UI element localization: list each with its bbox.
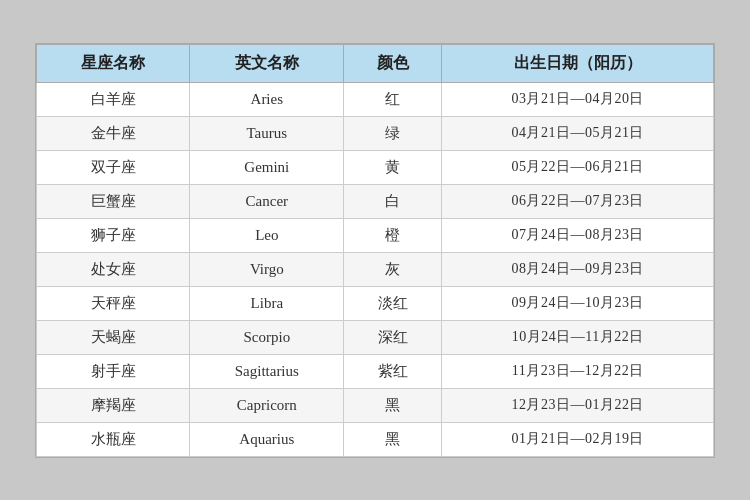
cell-chinese-name: 水瓶座 [37, 422, 190, 456]
header-date: 出生日期（阳历） [442, 44, 714, 82]
cell-date: 08月24日—09月23日 [442, 252, 714, 286]
cell-chinese-name: 白羊座 [37, 82, 190, 116]
cell-color: 红 [344, 82, 442, 116]
table-row: 天秤座Libra淡红09月24日—10月23日 [37, 286, 714, 320]
header-chinese-name: 星座名称 [37, 44, 190, 82]
cell-english-name: Taurus [190, 116, 344, 150]
cell-english-name: Gemini [190, 150, 344, 184]
cell-chinese-name: 天秤座 [37, 286, 190, 320]
cell-color: 淡红 [344, 286, 442, 320]
cell-color: 绿 [344, 116, 442, 150]
cell-english-name: Sagittarius [190, 354, 344, 388]
cell-color: 灰 [344, 252, 442, 286]
table-row: 狮子座Leo橙07月24日—08月23日 [37, 218, 714, 252]
cell-chinese-name: 双子座 [37, 150, 190, 184]
cell-chinese-name: 射手座 [37, 354, 190, 388]
cell-color: 深红 [344, 320, 442, 354]
cell-date: 04月21日—05月21日 [442, 116, 714, 150]
table-row: 金牛座Taurus绿04月21日—05月21日 [37, 116, 714, 150]
cell-date: 11月23日—12月22日 [442, 354, 714, 388]
zodiac-table-container: 星座名称 英文名称 颜色 出生日期（阳历） 白羊座Aries红03月21日—04… [35, 43, 715, 458]
cell-chinese-name: 处女座 [37, 252, 190, 286]
cell-chinese-name: 狮子座 [37, 218, 190, 252]
cell-color: 橙 [344, 218, 442, 252]
cell-color: 白 [344, 184, 442, 218]
table-row: 水瓶座Aquarius黑01月21日—02月19日 [37, 422, 714, 456]
header-english-name: 英文名称 [190, 44, 344, 82]
cell-english-name: Cancer [190, 184, 344, 218]
zodiac-table: 星座名称 英文名称 颜色 出生日期（阳历） 白羊座Aries红03月21日—04… [36, 44, 714, 457]
cell-english-name: Aries [190, 82, 344, 116]
cell-chinese-name: 金牛座 [37, 116, 190, 150]
table-row: 白羊座Aries红03月21日—04月20日 [37, 82, 714, 116]
cell-date: 01月21日—02月19日 [442, 422, 714, 456]
cell-color: 黑 [344, 422, 442, 456]
cell-chinese-name: 天蝎座 [37, 320, 190, 354]
cell-english-name: Leo [190, 218, 344, 252]
cell-english-name: Aquarius [190, 422, 344, 456]
cell-english-name: Virgo [190, 252, 344, 286]
cell-chinese-name: 巨蟹座 [37, 184, 190, 218]
table-row: 巨蟹座Cancer白06月22日—07月23日 [37, 184, 714, 218]
cell-date: 03月21日—04月20日 [442, 82, 714, 116]
cell-english-name: Scorpio [190, 320, 344, 354]
cell-date: 07月24日—08月23日 [442, 218, 714, 252]
table-row: 处女座Virgo灰08月24日—09月23日 [37, 252, 714, 286]
cell-date: 06月22日—07月23日 [442, 184, 714, 218]
table-row: 摩羯座Capricorn黑12月23日—01月22日 [37, 388, 714, 422]
cell-date: 10月24日—11月22日 [442, 320, 714, 354]
cell-color: 黑 [344, 388, 442, 422]
cell-date: 12月23日—01月22日 [442, 388, 714, 422]
cell-chinese-name: 摩羯座 [37, 388, 190, 422]
cell-english-name: Capricorn [190, 388, 344, 422]
cell-color: 紫红 [344, 354, 442, 388]
cell-english-name: Libra [190, 286, 344, 320]
header-color: 颜色 [344, 44, 442, 82]
table-row: 双子座Gemini黄05月22日—06月21日 [37, 150, 714, 184]
table-row: 射手座Sagittarius紫红11月23日—12月22日 [37, 354, 714, 388]
table-row: 天蝎座Scorpio深红10月24日—11月22日 [37, 320, 714, 354]
table-header-row: 星座名称 英文名称 颜色 出生日期（阳历） [37, 44, 714, 82]
cell-date: 05月22日—06月21日 [442, 150, 714, 184]
cell-date: 09月24日—10月23日 [442, 286, 714, 320]
cell-color: 黄 [344, 150, 442, 184]
